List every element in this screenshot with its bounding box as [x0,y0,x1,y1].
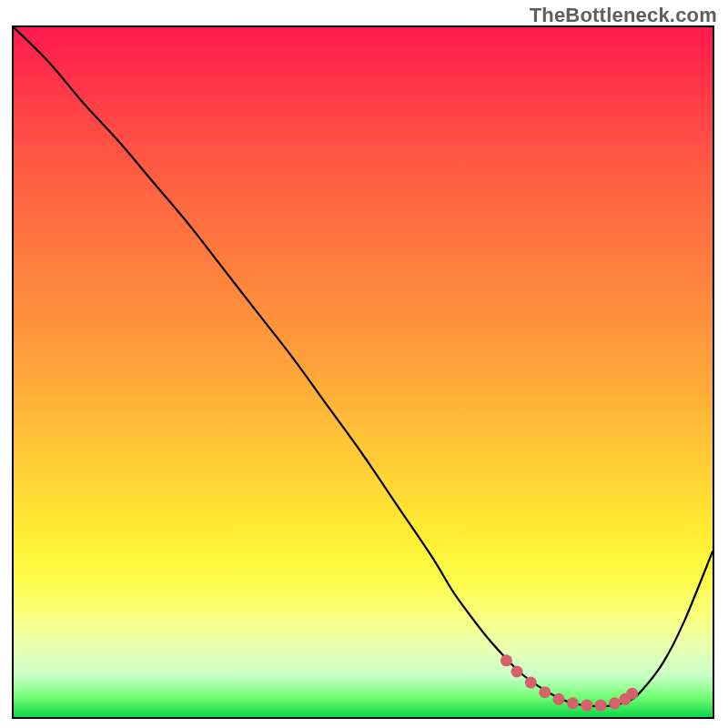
optimal-marker [500,654,512,666]
optimal-marker [553,693,565,705]
watermark-text: TheBottleneck.com [530,4,717,27]
optimal-marker [626,688,638,700]
optimal-marker [595,700,607,712]
optimal-zone-markers [500,654,638,711]
optimal-marker [511,666,523,678]
bottleneck-curve-path [14,27,713,706]
optimal-marker [539,686,551,698]
chart-stage: TheBottleneck.com [0,0,728,728]
optimal-marker [525,677,537,689]
curve-svg [14,27,713,717]
optimal-marker [609,697,621,709]
plot-area [12,25,714,719]
optimal-marker [581,700,592,712]
optimal-marker [567,697,579,709]
